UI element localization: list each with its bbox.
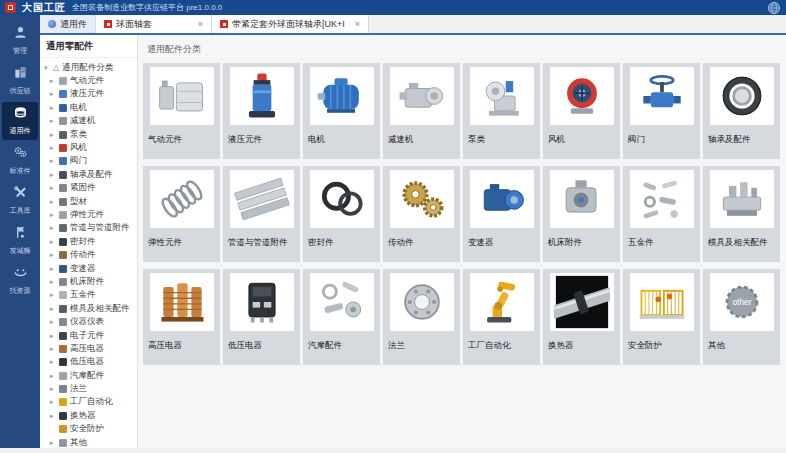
expand-icon[interactable]: ▸ <box>50 251 56 259</box>
category-card[interactable]: other其他 <box>703 269 780 365</box>
tab-close-icon[interactable]: × <box>192 19 203 29</box>
expand-icon[interactable]: ▸ <box>50 104 56 112</box>
tree-item[interactable]: ▸换热器 <box>40 409 137 422</box>
expand-icon[interactable]: ▸ <box>50 412 56 420</box>
tree-item[interactable]: ▸电机 <box>40 101 137 114</box>
category-card[interactable]: 泵类 <box>463 63 540 159</box>
category-card[interactable]: 高压电器 <box>143 269 220 365</box>
tree-item[interactable]: ▸高压电器 <box>40 342 137 355</box>
category-card[interactable]: 换热器 <box>543 269 620 365</box>
tree-item[interactable]: ▸其他 <box>40 436 137 448</box>
gearbox-thumbnail-icon <box>390 67 454 125</box>
sidebar-item-5[interactable]: 攻城狮 <box>2 222 38 260</box>
category-card[interactable]: 汽摩配件 <box>303 269 380 365</box>
category-card[interactable]: 轴承及配件 <box>703 63 780 159</box>
sidebar-item-label: 工具库 <box>9 206 30 216</box>
expand-icon[interactable]: ▸ <box>50 184 56 192</box>
expand-icon[interactable]: ▸ <box>50 238 56 246</box>
tree-item[interactable]: ▸型材 <box>40 195 137 208</box>
expand-icon[interactable]: ▸ <box>50 224 56 232</box>
tab-item-2[interactable]: 带紧定套外球面球轴承[UK+I× <box>212 15 369 33</box>
expand-icon[interactable]: ▸ <box>50 144 56 152</box>
tree-item[interactable]: ▸阀门 <box>40 155 137 168</box>
expand-icon[interactable]: ▸ <box>50 278 56 286</box>
expand-icon[interactable]: ▸ <box>50 345 56 353</box>
category-card[interactable]: 液压元件 <box>223 63 300 159</box>
category-card[interactable]: 工厂自动化 <box>463 269 540 365</box>
expand-icon[interactable]: ▸ <box>50 211 56 219</box>
tree-item[interactable]: ▸紧固件 <box>40 182 137 195</box>
sidebar-item-4[interactable]: 工具库 <box>2 182 38 220</box>
sidebar-item-3[interactable]: 标准件 <box>2 142 38 180</box>
expand-icon[interactable]: ▸ <box>50 131 56 139</box>
tree-item[interactable]: ▸减速机 <box>40 115 137 128</box>
expand-icon[interactable]: ▸ <box>50 265 56 273</box>
globe-icon[interactable] <box>767 1 781 15</box>
category-card[interactable]: 气动元件 <box>143 63 220 159</box>
sidebar-item-6[interactable]: 找资源 <box>2 262 38 300</box>
expand-icon[interactable]: ▸ <box>50 157 56 165</box>
expand-icon[interactable]: ▸ <box>50 305 56 313</box>
category-card-label: 阀门 <box>628 134 645 146</box>
category-card[interactable]: 模具及相关配件 <box>703 166 780 262</box>
tree-item[interactable]: ▸变速器 <box>40 262 137 275</box>
expand-icon[interactable]: ▸ <box>50 198 56 206</box>
expand-icon[interactable]: ▸ <box>50 117 56 125</box>
category-card[interactable]: 阀门 <box>623 63 700 159</box>
tree-item[interactable]: ▸电子元件 <box>40 329 137 342</box>
tree-item[interactable]: ▸轴承及配件 <box>40 168 137 181</box>
category-card[interactable]: 机床附件 <box>543 166 620 262</box>
tree-item[interactable]: ▸低压电器 <box>40 356 137 369</box>
tree-item[interactable]: ▸五金件 <box>40 289 137 302</box>
expand-icon[interactable]: ▸ <box>50 398 56 406</box>
tree-item[interactable]: ▸气动元件 <box>40 74 137 87</box>
tree-item[interactable]: ▸液压元件 <box>40 88 137 101</box>
category-card[interactable]: 低压电器 <box>223 269 300 365</box>
tree-item[interactable]: 安全防护 <box>40 423 137 436</box>
tree-root-category[interactable]: ▾ △ 通用配件分类 <box>40 61 137 74</box>
tree-item[interactable]: ▸泵类 <box>40 128 137 141</box>
category-card[interactable]: 风机 <box>543 63 620 159</box>
sidebar-item-2[interactable]: 通用件 <box>2 102 38 140</box>
tree-item[interactable]: ▸工厂自动化 <box>40 396 137 409</box>
expand-icon[interactable]: ▸ <box>50 90 56 98</box>
tree-item[interactable]: ▸法兰 <box>40 382 137 395</box>
collapse-icon[interactable]: ▾ <box>44 64 50 72</box>
category-card[interactable]: 变速器 <box>463 166 540 262</box>
category-card[interactable]: 弹性元件 <box>143 166 220 262</box>
supply-chain-building-icon <box>13 65 28 84</box>
category-card[interactable]: 减速机 <box>383 63 460 159</box>
tree-item[interactable]: ▸管道与管道附件 <box>40 222 137 235</box>
tab-item-0[interactable]: 通用件 <box>40 15 96 33</box>
tree-item[interactable]: ▸弹性元件 <box>40 208 137 221</box>
sidebar-item-1[interactable]: 供应链 <box>2 62 38 100</box>
expand-icon[interactable]: ▸ <box>50 372 56 380</box>
category-card[interactable]: 传动件 <box>383 166 460 262</box>
expand-icon[interactable]: ▸ <box>50 77 56 85</box>
expand-icon[interactable]: ▸ <box>50 318 56 326</box>
category-card[interactable]: 安全防护 <box>623 269 700 365</box>
sidebar-item-0[interactable]: 管理 <box>2 22 38 60</box>
category-card[interactable]: 五金件 <box>623 166 700 262</box>
tree-item[interactable]: ▸传动件 <box>40 248 137 261</box>
tree-item[interactable]: ▸风机 <box>40 141 137 154</box>
tree-item[interactable]: ▸汽摩配件 <box>40 369 137 382</box>
tree-item[interactable]: ▸仪器仪表 <box>40 315 137 328</box>
category-card[interactable]: 管道与管道附件 <box>223 166 300 262</box>
expand-icon[interactable]: ▸ <box>50 358 56 366</box>
tab-item-1[interactable]: 球面轴套× <box>96 15 212 33</box>
tree-item[interactable]: ▸模具及相关配件 <box>40 302 137 315</box>
tree-item[interactable]: ▸密封件 <box>40 235 137 248</box>
expand-icon[interactable]: ▸ <box>50 291 56 299</box>
tree-item-icon <box>59 305 67 313</box>
tab-close-icon[interactable]: × <box>349 19 360 29</box>
expand-icon[interactable]: ▸ <box>50 171 56 179</box>
expand-icon[interactable]: ▸ <box>50 385 56 393</box>
category-card[interactable]: 法兰 <box>383 269 460 365</box>
expand-icon[interactable]: ▸ <box>50 439 56 447</box>
expand-icon[interactable]: ▸ <box>50 332 56 340</box>
category-card[interactable]: 电机 <box>303 63 380 159</box>
tree-item-label: 管道与管道附件 <box>70 222 130 234</box>
tree-item[interactable]: ▸机床附件 <box>40 275 137 288</box>
category-card[interactable]: 密封件 <box>303 166 380 262</box>
